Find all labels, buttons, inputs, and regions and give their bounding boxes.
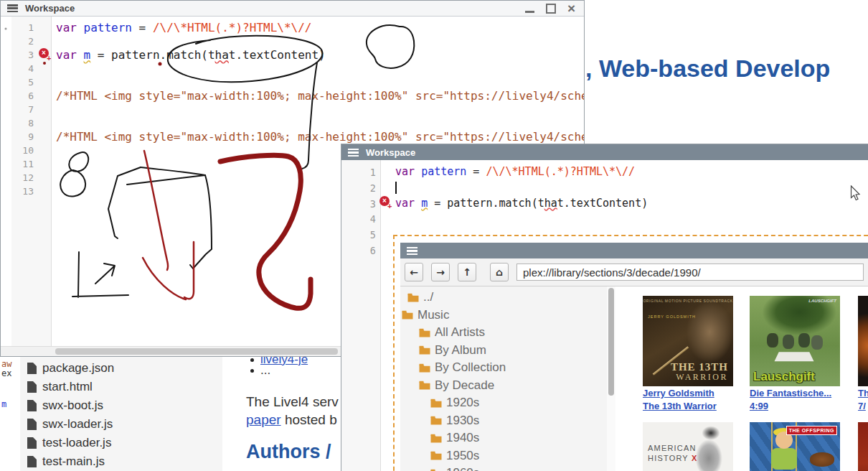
- album-cover[interactable]: THE OFFSPRING: [750, 422, 840, 471]
- line-number: 3: [353, 197, 376, 213]
- folder-item-by-decade[interactable]: By Decade: [400, 377, 607, 395]
- maximize-icon[interactable]: [546, 4, 556, 14]
- forward-button[interactable]: →: [431, 263, 450, 281]
- code-token: =: [466, 165, 486, 178]
- shirt-shape: [771, 448, 797, 470]
- album-item: THE OFFSPRING: [750, 422, 843, 471]
- folder-item--[interactable]: ../: [400, 289, 607, 307]
- back-icon: ←: [410, 266, 418, 278]
- figures-shape: [767, 333, 778, 348]
- folder-label: ../: [423, 290, 433, 304]
- file-icon: [27, 419, 37, 430]
- album-cover[interactable]: [858, 296, 868, 386]
- home-button[interactable]: ⌂: [490, 263, 509, 281]
- folder-item-1960s[interactable]: 1960s: [400, 465, 607, 471]
- clipped-text-fragment: m: [1, 399, 6, 409]
- paper-link[interactable]: paper: [246, 412, 281, 427]
- code-line[interactable]: /*HTML <img style="max-width:100%; max-h…: [56, 89, 584, 103]
- line-number: 11: [11, 157, 34, 171]
- folder-label: By Decade: [435, 378, 494, 393]
- minimize-icon[interactable]: [525, 11, 534, 13]
- window-titlebar[interactable]: Workspace: [341, 144, 868, 160]
- album-item: Th7/: [858, 296, 868, 411]
- browser-titlebar[interactable]: [400, 243, 868, 258]
- close-icon[interactable]: ×: [567, 1, 575, 16]
- cover-text: AMERICAN: [648, 444, 697, 452]
- folder-label: By Album: [435, 343, 486, 358]
- album-artist-link[interactable]: Jerry Goldsmith: [643, 388, 736, 399]
- bullet-icon: [250, 369, 254, 373]
- scorpion-shape: [810, 452, 834, 467]
- folder-icon: [407, 293, 419, 302]
- file-item-package-json[interactable]: package.json: [20, 359, 222, 378]
- folder-item-all-artists[interactable]: All Artists: [400, 324, 607, 342]
- window-titlebar[interactable]: Workspace ×: [1, 1, 584, 17]
- file-item-test-loader-js[interactable]: test-loader.js: [20, 434, 222, 452]
- folder-icon: [430, 416, 442, 425]
- up-button[interactable]: ↑: [458, 263, 476, 281]
- album-cover[interactable]: AMERICANHISTORY X: [643, 422, 733, 471]
- file-icon: [27, 363, 37, 374]
- folder-item-music[interactable]: Music: [400, 307, 607, 325]
- code-token: ha: [544, 197, 557, 210]
- album-artist-link[interactable]: Die Fantastische...: [750, 388, 843, 399]
- code-line[interactable]: var pattern = /\/\*HTML(.*)?HTML\*\//: [56, 21, 311, 34]
- menu-icon[interactable]: [407, 247, 418, 255]
- line-number: 6: [353, 243, 376, 259]
- authors-heading: Authors /: [246, 441, 331, 463]
- cover-text: THE OFFSPRING: [786, 426, 837, 435]
- menu-icon[interactable]: [348, 149, 359, 157]
- folder-label: By Collection: [435, 360, 506, 375]
- code-token: = pattern.match(t: [90, 48, 214, 62]
- album-cover[interactable]: ORIGINAL MOTION PICTURE SOUNDTRACKJERRY …: [643, 296, 733, 386]
- code-token: /\/\*HTML(.*)?HTML\*\//: [153, 21, 312, 34]
- file-item-test-main-js[interactable]: test-main.js: [20, 452, 222, 471]
- folder-label: 1950s: [446, 449, 479, 463]
- folder-item-1940s[interactable]: 1940s: [400, 429, 607, 447]
- file-browser: ←→↑⌂ ../MusicAll ArtistsBy AlbumBy Colle…: [400, 243, 868, 471]
- back-button[interactable]: ←: [405, 263, 423, 281]
- code-line[interactable]: var m = pattern.match(that.textContent): [395, 197, 648, 210]
- folder-icon: [430, 434, 442, 443]
- album-item: [858, 422, 868, 471]
- code-line[interactable]: /*HTML <img style="max-width:100%; max-h…: [56, 130, 584, 144]
- address-input[interactable]: [516, 264, 864, 281]
- folder-label: All Artists: [435, 325, 485, 340]
- paragraph-text: The Livel4 serv: [246, 394, 339, 410]
- folder-item-1950s[interactable]: 1950s: [400, 447, 607, 465]
- folder-item-1920s[interactable]: 1920s: [400, 394, 607, 412]
- file-item-swx-boot-js[interactable]: swx-boot.js: [20, 396, 222, 415]
- album-cover[interactable]: LAUSCHGIFTLauschgift: [750, 296, 840, 386]
- window-title: Workspace: [366, 147, 415, 158]
- code-line[interactable]: var pattern = /\/\*HTML(.*)?HTML\*\//: [395, 165, 635, 178]
- browser-toolbar: ←→↑⌂: [400, 258, 868, 286]
- file-item-start-html[interactable]: start.html: [20, 378, 222, 396]
- album-cover[interactable]: [858, 422, 868, 471]
- folder-item-1930s[interactable]: 1930s: [400, 412, 607, 430]
- file-icon: [27, 400, 37, 411]
- folder-icon: [430, 398, 442, 408]
- file-label: test-main.js: [42, 454, 105, 469]
- code-token: t.textContent): [557, 197, 648, 210]
- album-title-link[interactable]: 4:99: [750, 401, 843, 412]
- line-number: 9: [11, 130, 34, 144]
- scrollbar-thumb[interactable]: [608, 288, 614, 396]
- folder-label: 1940s: [446, 431, 479, 445]
- album-artist-link[interactable]: Th: [858, 388, 868, 399]
- file-item-swx-loader-js[interactable]: swx-loader.js: [20, 415, 222, 434]
- code-token: /\/\*HTML(.*)?HTML\*\//: [486, 165, 635, 178]
- vertical-scrollbar[interactable]: [607, 286, 615, 471]
- code-token: [77, 21, 84, 34]
- code-line[interactable]: var m = pattern.match(that.textContent): [56, 48, 326, 62]
- home-icon: ⌂: [496, 266, 503, 278]
- scrollbar-thumb[interactable]: [55, 348, 338, 355]
- line-number: 6: [11, 89, 34, 103]
- folder-item-by-album[interactable]: By Album: [400, 342, 607, 360]
- forward-icon: →: [436, 266, 445, 278]
- menu-icon[interactable]: [7, 4, 18, 12]
- error-plus-icon: +: [387, 202, 392, 210]
- folder-item-by-collection[interactable]: By Collection: [400, 359, 607, 377]
- album-title-link[interactable]: 7/: [858, 401, 868, 412]
- page-heading: , Web-based Develop: [585, 55, 830, 83]
- album-title-link[interactable]: The 13th Warrior: [643, 401, 736, 412]
